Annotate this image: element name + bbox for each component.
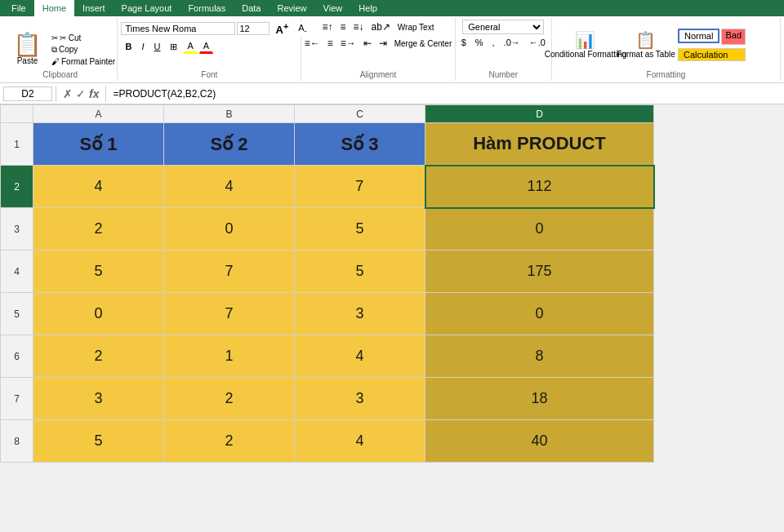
number-format-select[interactable]: General (462, 20, 544, 34)
merge-center-button[interactable]: Merge & Center (391, 38, 456, 50)
row-header-5[interactable]: 5 (1, 293, 33, 335)
calculation-style-button[interactable]: Calculation (678, 48, 746, 61)
cell-c8[interactable]: 4 (295, 420, 425, 463)
col-header-d[interactable]: D (425, 105, 654, 123)
cell-c2[interactable]: 7 (295, 166, 425, 208)
col-header-b[interactable]: B (164, 105, 295, 123)
font-size-increase-button[interactable]: A+ (271, 20, 292, 38)
borders-button[interactable]: ⊞ (166, 40, 181, 54)
conditional-formatting-button[interactable]: 📊 Conditional Formatting (557, 29, 614, 60)
cell-c5[interactable]: 3 (295, 293, 425, 335)
number-group: General $ % , .0→ ←.0 Number (456, 18, 552, 81)
col-header-a[interactable]: A (33, 105, 164, 123)
font-color-button[interactable]: A (199, 39, 213, 54)
format-painter-button[interactable]: 🖌 Format Painter (50, 56, 117, 67)
cell-reference-input[interactable] (3, 86, 52, 101)
tab-home[interactable]: Home (34, 0, 74, 16)
cell-b3[interactable]: 0 (164, 208, 295, 250)
row-header-6[interactable]: 6 (1, 335, 33, 378)
decrease-decimal-button[interactable]: .0→ (500, 36, 524, 49)
tab-data[interactable]: Data (234, 0, 269, 16)
wrap-text-button[interactable]: Wrap Text (394, 21, 438, 33)
indent-increase-button[interactable]: ⇥ (376, 36, 390, 51)
align-top-button[interactable]: ≡↑ (318, 20, 336, 34)
cell-d4[interactable]: 175 (425, 250, 654, 293)
cell-a5[interactable]: 0 (33, 293, 164, 335)
cell-b8[interactable]: 2 (164, 420, 295, 463)
cell-b6[interactable]: 1 (164, 335, 295, 378)
tab-file[interactable]: File (3, 0, 34, 16)
col-header-c[interactable]: C (295, 105, 425, 123)
paste-button[interactable]: 📋 Paste (11, 32, 43, 67)
percent-button[interactable]: % (471, 36, 488, 49)
cell-a4[interactable]: 5 (33, 250, 164, 293)
italic-button[interactable]: I (137, 40, 148, 53)
cell-d7[interactable]: 18 (425, 378, 654, 420)
cell-b7[interactable]: 2 (164, 378, 295, 420)
cell-c3[interactable]: 5 (295, 208, 425, 250)
align-bottom-button[interactable]: ≡↓ (350, 20, 367, 34)
indent-decrease-button[interactable]: ⇤ (360, 36, 375, 51)
row-header-3[interactable]: 3 (1, 208, 33, 250)
row-header-4[interactable]: 4 (1, 250, 33, 293)
tab-page-layout[interactable]: Page Layout (114, 0, 180, 16)
cell-d3[interactable]: 0 (425, 208, 654, 250)
cell-d2[interactable]: 112 (425, 166, 654, 208)
formula-confirm-button[interactable]: ✓ (76, 87, 86, 100)
cell-b5[interactable]: 7 (164, 293, 295, 335)
alignment-group: ≡↑ ≡ ≡↓ ab↗ Wrap Text ≡← ≡ ≡→ ⇤ ⇥ Merge … (301, 18, 455, 81)
formula-icons: ✗ ✓ fx (63, 87, 99, 100)
formula-function-button[interactable]: fx (89, 87, 99, 100)
tab-view[interactable]: View (315, 0, 351, 16)
row-header-7[interactable]: 7 (1, 378, 33, 420)
cell-d6[interactable]: 8 (425, 335, 654, 378)
cell-a1[interactable]: Số 1 (33, 123, 164, 166)
conditional-formatting-icon: 📊 (575, 30, 595, 50)
formula-input[interactable] (109, 87, 781, 100)
row-header-1[interactable]: 1 (1, 123, 33, 166)
cell-d8[interactable]: 40 (425, 420, 654, 463)
cut-button[interactable]: ✂ ✂ Cut (50, 33, 117, 43)
orientation-button[interactable]: ab↗ (368, 20, 393, 34)
cell-a2[interactable]: 4 (33, 166, 164, 208)
fill-color-button[interactable]: A (183, 39, 197, 54)
currency-button[interactable]: $ (457, 36, 470, 49)
row-header-8[interactable]: 8 (1, 420, 33, 463)
cell-a3[interactable]: 2 (33, 208, 164, 250)
cell-b1[interactable]: Số 2 (164, 123, 295, 166)
comma-button[interactable]: , (488, 36, 499, 49)
align-right-button[interactable]: ≡→ (337, 36, 359, 51)
formula-cancel-button[interactable]: ✗ (63, 87, 73, 100)
cell-b2[interactable]: 4 (164, 166, 295, 208)
align-left-button[interactable]: ≡← (301, 36, 323, 51)
cell-a7[interactable]: 3 (33, 378, 164, 420)
formula-bar: ✗ ✓ fx (0, 83, 784, 104)
font-name-input[interactable] (121, 22, 235, 35)
align-center-button[interactable]: ≡ (324, 36, 336, 51)
cell-c7[interactable]: 3 (295, 378, 425, 420)
align-row1: ≡↑ ≡ ≡↓ ab↗ Wrap Text (318, 20, 437, 34)
underline-button[interactable]: U (150, 40, 165, 53)
cell-c4[interactable]: 5 (295, 250, 425, 293)
cell-a6[interactable]: 2 (33, 335, 164, 378)
increase-decimal-button[interactable]: ←.0 (525, 36, 550, 49)
bold-button[interactable]: B (121, 40, 136, 53)
font-size-input[interactable] (237, 22, 270, 35)
cell-a8[interactable]: 5 (33, 420, 164, 463)
cell-b4[interactable]: 7 (164, 250, 295, 293)
cell-c6[interactable]: 4 (295, 335, 425, 378)
tab-help[interactable]: Help (350, 0, 385, 16)
cell-c1[interactable]: Số 3 (295, 123, 425, 166)
copy-button[interactable]: ⧉ Copy (50, 44, 117, 55)
tab-insert[interactable]: Insert (74, 0, 114, 16)
cell-d5[interactable]: 0 (425, 293, 654, 335)
row-header-2[interactable]: 2 (1, 166, 33, 208)
format-as-table-button[interactable]: 📋 Format as Table (617, 29, 675, 60)
tab-formulas[interactable]: Formulas (180, 0, 234, 16)
align-middle-button[interactable]: ≡ (336, 20, 349, 34)
bad-style-button[interactable]: Bad (721, 29, 746, 45)
tab-review[interactable]: Review (269, 0, 314, 16)
normal-style-button[interactable]: Normal (678, 29, 719, 43)
cell-d1[interactable]: Hàm PRODUCT (425, 123, 654, 166)
format-table-area: 📋 Format as Table (617, 29, 675, 60)
